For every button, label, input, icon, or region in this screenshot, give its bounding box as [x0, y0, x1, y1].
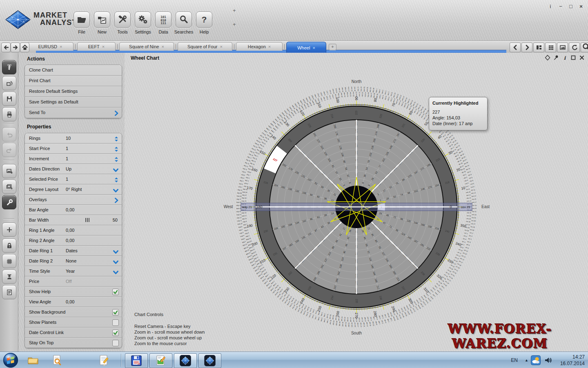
strip-export-image-button[interactable] — [2, 164, 16, 178]
taskbar-explorer-button[interactable] — [26, 354, 40, 366]
strip-print-button[interactable] — [2, 107, 16, 121]
property-row-price[interactable]: PriceOff — [25, 276, 122, 287]
tab-close-icon[interactable]: × — [102, 44, 105, 49]
strip-lock-button[interactable] — [2, 238, 16, 253]
tabbar-chevron-left-button[interactable] — [510, 43, 521, 52]
toolbar-tools-button[interactable] — [114, 11, 131, 28]
tabbar-grid-dots-button[interactable] — [545, 43, 556, 52]
window-maximize-button[interactable]: □ — [568, 3, 574, 9]
property-row-dates-direction[interactable]: Dates DirectionUp — [25, 164, 122, 174]
strip-analyst-button[interactable] — [2, 269, 16, 284]
tab-close-icon[interactable]: × — [161, 44, 164, 49]
tabbar-layout-button[interactable] — [533, 43, 544, 52]
toolbar-data-button[interactable]: 101010111 — [155, 11, 172, 28]
tab-hexagon[interactable]: Hexagon× — [236, 42, 283, 51]
strip-clone-button[interactable] — [2, 76, 16, 90]
svg-text:июл 14: июл 14 — [401, 96, 405, 101]
strip-redo-button[interactable] — [2, 143, 16, 157]
taskbar-app-floppy-64-button[interactable]: 64 — [125, 353, 148, 368]
wheel-chart-panel[interactable]: Wheel Chart i NorthSouthWestEastсен 17се… — [125, 53, 588, 352]
strip-add-button[interactable] — [2, 222, 16, 237]
property-row-show-background[interactable]: Show Background — [25, 307, 122, 317]
strip-save-button[interactable] — [2, 92, 16, 106]
nav-forward-button[interactable] — [11, 43, 20, 52]
new-tab-button[interactable]: + — [329, 44, 336, 50]
toolbar-settings-button[interactable] — [135, 11, 151, 28]
property-row-date-control-link[interactable]: Date Control Link — [25, 328, 122, 338]
language-indicator[interactable]: EN — [511, 357, 518, 363]
toolbar-searches-button[interactable] — [176, 11, 192, 28]
action-print-chart[interactable]: Print Chart — [25, 76, 122, 86]
property-label: Stay On Top — [29, 338, 53, 348]
property-row-rings[interactable]: Rings10 — [25, 133, 122, 144]
tab-wheel[interactable]: Wheel× — [286, 42, 326, 53]
checkbox-unchecked[interactable] — [112, 340, 119, 346]
property-row-date-ring-2[interactable]: Date Ring 2None — [25, 256, 122, 266]
tab-square-of-nine[interactable]: Square of Nine× — [119, 42, 174, 51]
property-row-stay-on-top[interactable]: Stay On Top — [25, 338, 122, 348]
taskbar-chrome-button[interactable] — [74, 354, 87, 366]
property-row-increment[interactable]: Increment1 — [25, 154, 122, 164]
tab-close-icon[interactable]: × — [220, 44, 222, 49]
property-row-show-planets[interactable]: Show Planets — [25, 317, 122, 328]
strip-chart-actions-button[interactable] — [2, 60, 16, 74]
property-row-degree-layout[interactable]: Degree Layout0° Right — [25, 184, 122, 195]
nav-back-button[interactable] — [1, 43, 11, 52]
volume-icon[interactable] — [544, 356, 552, 366]
property-row-bar-angle[interactable]: Bar Angle0,00 — [25, 205, 122, 215]
tab-close-icon[interactable]: × — [268, 44, 271, 49]
taskbar-app-market-analyst-2-button[interactable] — [198, 353, 221, 368]
tab-square-of-four[interactable]: Square of Four× — [178, 42, 232, 51]
weather-tray-icon[interactable] — [531, 355, 541, 367]
strip-grid-button[interactable] — [2, 254, 16, 268]
tab-close-icon[interactable]: × — [60, 44, 62, 49]
property-row-ring-2-angle[interactable]: Ring 2 Angle0,00 — [25, 236, 122, 246]
property-row-bar-width[interactable]: Bar Width50 — [25, 215, 122, 225]
nav-home-button[interactable] — [20, 43, 29, 52]
tabbar-snapshot-button[interactable] — [557, 43, 568, 52]
action-save-settings-as-default[interactable]: Save Settings as Default — [25, 97, 122, 108]
action-clone-chart[interactable]: Clone Chart — [25, 65, 122, 76]
tabbar-refresh-button[interactable] — [569, 43, 580, 52]
checkbox-checked[interactable] — [112, 309, 119, 316]
tabbar-chevron-right-button[interactable] — [521, 43, 532, 52]
strip-export-images-button[interactable] — [2, 180, 16, 194]
strip-wrench-button[interactable] — [2, 195, 16, 209]
strip-divider — [3, 123, 14, 123]
window-close-button[interactable]: × — [578, 3, 584, 9]
clock[interactable]: 14:27 16.07.2014 — [560, 354, 585, 367]
svg-text:210: 210 — [259, 258, 266, 265]
checkbox-unchecked[interactable] — [112, 319, 119, 326]
toolbar-help-button[interactable]: ? — [196, 11, 212, 28]
strip-undo-button[interactable] — [2, 127, 16, 141]
slider-handle[interactable] — [85, 218, 89, 222]
action-send-to[interactable]: Send To — [25, 108, 122, 118]
taskbar-app-market-analyst-1-button[interactable] — [174, 353, 197, 368]
tab-eeft[interactable]: EEFT× — [77, 42, 116, 51]
checkbox-checked[interactable] — [112, 289, 119, 295]
strip-notes-button[interactable] — [2, 285, 16, 299]
toolbar-new-button[interactable] — [94, 11, 110, 28]
action-restore-default-settings[interactable]: Restore Default Settings — [25, 86, 122, 97]
property-row-start-price[interactable]: Start Price1 — [25, 144, 122, 154]
window-info-button[interactable]: i — [548, 3, 553, 9]
toolbar-file-button[interactable] — [74, 11, 90, 28]
taskbar-app-chart-doc-button[interactable] — [149, 353, 172, 368]
property-row-selected-price[interactable]: Selected Price1 — [25, 174, 122, 184]
property-row-time-style[interactable]: Time StyleYear — [25, 266, 122, 276]
tabbar-magnifier-button[interactable] — [581, 43, 588, 52]
taskbar-notepad-button[interactable] — [97, 354, 111, 366]
taskbar-search-doc-button[interactable] — [50, 354, 64, 366]
window-minimize-button[interactable]: − — [558, 3, 564, 9]
tab-eurusd[interactable]: EURUSD× — [27, 42, 74, 51]
property-row-date-ring-1[interactable]: Date Ring 1Dates — [25, 246, 122, 256]
checkbox-checked[interactable] — [112, 330, 119, 336]
property-row-ring-1-angle[interactable]: Ring 1 Angle0,00 — [25, 225, 122, 236]
hidden-icons-button[interactable]: ▲ — [525, 358, 528, 362]
gann-wheel-chart[interactable]: NorthSouthWestEastсен 17сен 18сен 16сен … — [125, 53, 588, 352]
property-row-show-help[interactable]: Show Help — [25, 287, 122, 297]
start-button[interactable] — [2, 352, 19, 368]
property-row-view-angle[interactable]: View Angle0,00 — [25, 297, 122, 307]
tab-close-icon[interactable]: × — [312, 45, 315, 50]
property-row-overlays[interactable]: Overlays — [25, 195, 122, 205]
